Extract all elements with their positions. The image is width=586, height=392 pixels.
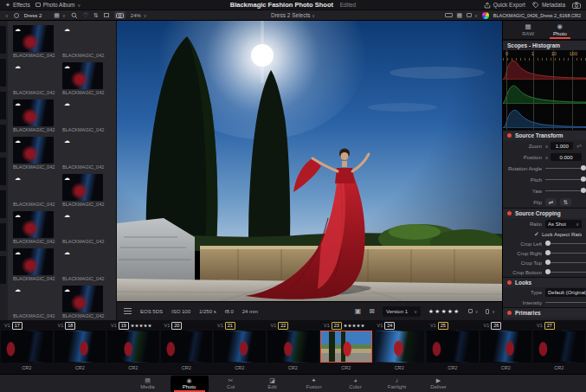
link-icon[interactable] [576,143,582,150]
favorite-filter-icon[interactable]: ♡ [83,12,88,18]
view-options-dropdown[interactable]: ∨ [467,13,478,18]
clip-thumbnail[interactable] [107,331,159,363]
page-color[interactable]: ◕ Color [337,376,375,392]
effects-button[interactable]: ✦ Effects [5,2,30,8]
crop-top-slider[interactable] [545,259,586,267]
grid-view-dropdown[interactable]: ▦ ∨ [54,12,65,18]
photo-thumbnail[interactable]: ☁ BLACKMAGIC_042... [10,22,59,60]
pitch-slider[interactable] [545,176,586,183]
transform-tool-icon[interactable] [104,13,109,17]
photo-thumbnail[interactable]: ☁ BLACKMAGIC_042... [59,22,108,60]
page-deliver[interactable]: ▶ Deliver [420,376,458,392]
photo-thumbnail[interactable]: ☁ BLACKMAGIC_042... [59,97,108,134]
section-enable-toggle[interactable] [507,280,512,285]
metadata-button[interactable]: Metadata [532,2,565,9]
clip-color-dropdown[interactable]: ∨ [486,309,495,314]
photo-thumbnail[interactable]: ☁ BLACKMAGIC_042... [59,246,108,283]
clip-thumbnail[interactable] [480,331,532,363]
crop-bottom-slider[interactable] [545,268,586,276]
zoom-value-field[interactable]: 1.000 [551,142,573,150]
page-cut[interactable]: ✂ Cut [212,376,250,392]
section-enable-toggle[interactable] [507,133,512,138]
bin-name[interactable]: Dress 2 [24,13,42,18]
page-photo[interactable]: ◉ Photo [171,376,209,392]
filmstrip-clip[interactable]: V1 22 CR2 [267,320,320,374]
filmstrip-clip[interactable]: V1 27 CR2 [532,320,586,374]
histogram-blue-channel [503,106,586,128]
tab-raw[interactable]: ▦ RAW [518,22,538,38]
photo-thumbnail[interactable]: ☁ BLACKMAGIC_042... [10,246,59,283]
clip-thumbnail[interactable] [427,331,479,363]
zoom-level-dropdown[interactable]: 24% ∨ [131,13,147,18]
photo-thumbnail[interactable]: ☁ BLACKMAGIC_042... [10,97,59,134]
filmstrip-clip[interactable]: V1 23 ★★★★★ CR2 [319,320,373,374]
photo-thumbnail[interactable]: ☁ BLACKMAGIC_042... [10,283,59,320]
look-type-dropdown[interactable]: Default (Original) ∨ [545,288,586,297]
look-intensity-slider[interactable] [545,299,586,306]
star-rating[interactable]: ★★★★★ [428,308,460,315]
filmstrip-clip[interactable]: V1 25 CR2 [426,320,480,374]
page-media[interactable]: ▤ Media [129,376,167,392]
photo-thumbnail[interactable]: ☁ BLACKMAGIC_042... [59,60,108,97]
photo-album-dropdown[interactable]: Photo Album ∨ [35,2,81,8]
clip-thumbnail[interactable] [55,331,106,363]
color-wheel-icon[interactable] [482,12,489,19]
photo-thumbnail[interactable]: ☁ BLACKMAGIC_042... [59,134,108,171]
flip-vertical-button[interactable]: ⇅ [560,198,571,206]
clip-thumbnail[interactable] [214,331,266,363]
flag-dropdown[interactable]: ∨ [468,309,479,314]
bin-filter-icon[interactable] [14,13,19,18]
sort-order-icon[interactable]: ⇅ [93,12,99,18]
photo-thumbnail[interactable]: ☁ BLACKMAGIC_042... [10,134,59,171]
position-value-field[interactable]: 0.000 [551,153,582,161]
photo-viewer[interactable] [117,21,502,301]
camera-view-button[interactable] [114,11,126,19]
section-enable-toggle[interactable] [507,211,512,215]
section-enable-toggle[interactable] [507,311,512,315]
focal-length-value: 24 mm [242,309,258,314]
flip-horizontal-button[interactable]: ⇄ [545,198,557,206]
clip-thumbnail[interactable] [320,331,372,363]
search-button[interactable] [71,12,78,19]
page-edit[interactable]: ◪ Edit [254,376,292,392]
version-dropdown[interactable]: Version 1 ∨ [383,306,421,317]
crop-right-slider[interactable] [545,249,586,257]
filmstrip-clip[interactable]: V1 19 ★★★★★ CR2 [106,320,160,374]
lock-aspect-checkbox[interactable]: ✓ [534,231,539,238]
photo-thumbnail[interactable]: ☁ BLACKMAGIC_042... [59,171,108,209]
photo-thumbnail[interactable]: ☁ BLACKMAGIC_042... [59,209,108,246]
rotation-angle-slider[interactable] [545,164,586,172]
ratio-dropdown[interactable]: As Shot ∨ [545,220,582,228]
clip-thumbnail[interactable] [374,331,426,363]
tab-photo[interactable]: ◉ Photo [550,22,570,38]
camera-panel-button[interactable] [572,2,581,9]
metadata-lines-icon[interactable] [124,308,132,314]
filmstrip-clip[interactable]: V1 20 CR2 [160,320,214,374]
clip-thumbnail[interactable] [267,331,319,363]
photo-thumbnail[interactable]: ☁ BLACKMAGIC_042... [10,171,59,209]
filmstrip-clip[interactable]: V1 17 CR2 [0,320,54,374]
reject-clip-icon[interactable]: ⊠ [369,308,375,315]
clip-thumbnail[interactable] [1,331,53,363]
filmstrip-clip[interactable]: V1 21 CR2 [213,320,267,374]
cloud-sync-icon: ☁ [64,26,70,32]
collapse-chevron-icon[interactable]: ∨ [5,13,9,18]
filmstrip-clip[interactable]: V1 18 CR2 [54,320,107,374]
track-label: V1 [217,323,223,328]
thumbnail-filename: BLACKMAGIC_042... [62,202,105,207]
multi-view-icon[interactable]: ▦ [457,12,463,18]
clip-thumbnail[interactable] [533,331,585,363]
yaw-slider[interactable] [545,187,586,195]
photo-thumbnail[interactable]: ☁ BLACKMAGIC_042... [10,209,59,246]
grab-still-icon[interactable]: ▣ [355,308,362,315]
page-fusion[interactable]: ✦ Fusion [295,376,333,392]
filmstrip-clip[interactable]: V1 24 CR2 [373,320,427,374]
quick-export-button[interactable]: Quick Export [484,2,525,9]
photo-thumbnail[interactable]: ☁ BLACKMAGIC_042... [59,283,108,320]
filmstrip-clip[interactable]: V1 26 CR2 [480,320,533,374]
clip-thumbnail[interactable] [161,331,213,363]
crop-left-slider[interactable] [545,240,586,247]
single-view-icon[interactable] [445,13,453,17]
page-fairlight[interactable]: ♪ Fairlight [378,376,416,392]
photo-thumbnail[interactable]: ☁ BLACKMAGIC_042... [10,60,59,97]
